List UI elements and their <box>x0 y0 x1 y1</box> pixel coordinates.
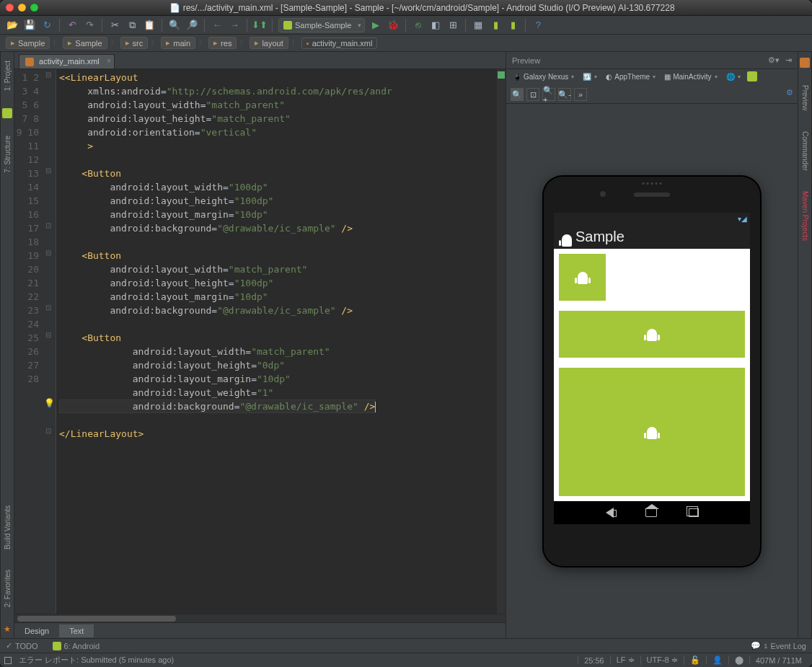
editor-mode-tabs: Design Text <box>14 622 506 638</box>
horizontal-scrollbar[interactable] <box>14 614 506 622</box>
zoom-actual-icon[interactable]: ⊡ <box>526 88 539 101</box>
preview-toolbar: 📱Galaxy Nexus 🔃 ◐AppTheme ▦MainActivity … <box>506 69 798 104</box>
app-icon <box>560 231 571 243</box>
tab-project[interactable]: 1: Project <box>4 58 12 94</box>
toggle-toolwindows-icon[interactable] <box>4 657 12 664</box>
tab-design[interactable]: Design <box>14 624 59 637</box>
android-toolwindow[interactable]: 6: Android <box>53 642 100 650</box>
fold-end-icon[interactable]: ⊡ <box>45 221 51 229</box>
fold-icon[interactable]: ⊟ <box>45 331 51 339</box>
hide-panel-icon[interactable]: ⇥ <box>780 56 792 65</box>
fold-gutter: ⊟ ⊟ ⊡ ⊟ ⊡ ⊟ 💡 ⊡ <box>43 69 56 614</box>
monitor-icon[interactable]: ▮ <box>506 19 519 32</box>
preview-button-1 <box>559 254 606 301</box>
open-icon[interactable]: 📂 <box>6 19 19 32</box>
android-tool-icon[interactable] <box>2 108 12 118</box>
editor-tab[interactable]: activity_main.xml × <box>19 54 115 69</box>
tab-structure[interactable]: 7: Structure <box>4 133 12 176</box>
close-window-icon[interactable] <box>6 4 14 12</box>
forward-icon[interactable]: → <box>228 19 241 32</box>
replace-icon[interactable]: 🔎 <box>185 19 198 32</box>
zoom-in-icon[interactable]: 🔍+ <box>542 88 555 101</box>
zoom-fit-icon[interactable]: 🔍 <box>511 88 524 101</box>
code-text[interactable]: <<LinearLayout xmlns:android="http://sch… <box>56 69 497 614</box>
preview-tool-icon[interactable] <box>800 58 810 68</box>
theme-select[interactable]: ◐AppTheme <box>604 72 658 81</box>
run-config-select[interactable]: Sample-Sample <box>278 18 365 32</box>
bottom-toolwindow-bar: ✓TODO 6: Android 💬1 Event Log <box>0 638 812 653</box>
line-separator[interactable]: LF ≑ <box>610 655 640 665</box>
tab-preview[interactable]: Preview <box>801 82 809 114</box>
intention-bulb-icon[interactable]: 💡 <box>44 398 55 408</box>
tab-favorites[interactable]: 2: Favorites <box>4 567 12 610</box>
paste-icon[interactable]: 📋 <box>143 19 156 32</box>
fold-icon[interactable]: ⊟ <box>45 167 51 175</box>
lock-icon[interactable]: 🔓 <box>684 655 706 665</box>
zoom-window-icon[interactable] <box>30 4 38 12</box>
copy-icon[interactable]: ⧉ <box>125 19 138 32</box>
undo-icon[interactable]: ↶ <box>66 19 79 32</box>
tab-maven[interactable]: Maven Projects <box>801 188 809 244</box>
star-icon[interactable]: ★ <box>4 624 11 638</box>
close-tab-icon[interactable]: × <box>107 57 111 65</box>
sync-icon[interactable]: ↻ <box>40 19 53 32</box>
save-all-icon[interactable]: 💾 <box>23 19 36 32</box>
stop-icon[interactable]: ◧ <box>429 19 442 32</box>
redo-icon[interactable]: ↷ <box>83 19 96 32</box>
back-icon[interactable]: ← <box>211 19 224 32</box>
nav-back-icon <box>606 508 614 518</box>
avd-icon[interactable]: ⊞ <box>446 19 459 32</box>
notifications-icon[interactable]: ⬤ <box>728 655 749 665</box>
breadcrumb-item[interactable]: ▸Sample <box>63 37 107 49</box>
make-icon[interactable]: ⬇⬆ <box>253 19 266 32</box>
memory-indicator[interactable]: 407M / 711M <box>749 656 808 665</box>
status-message: エラー レポート: Submitted (5 minutes ago) <box>16 655 578 666</box>
tab-text[interactable]: Text <box>59 624 94 637</box>
fold-end-icon[interactable]: ⊡ <box>45 304 51 312</box>
zoom-out-icon[interactable]: 🔍- <box>558 88 571 101</box>
app-actionbar: Sample <box>554 226 750 249</box>
debug-icon[interactable]: 🐞 <box>387 19 400 32</box>
inspection-icon[interactable]: 👤 <box>706 655 728 665</box>
line-gutter: 1 2 3 4 5 6 7 8 9 10 11 12 13 14 15 16 1… <box>14 69 43 614</box>
breadcrumb-item[interactable]: ▸main <box>161 37 195 49</box>
device-select[interactable]: 📱Galaxy Nexus <box>511 72 576 81</box>
run-icon[interactable]: ▶ <box>369 19 382 32</box>
fold-end-icon[interactable]: ⊡ <box>45 427 51 435</box>
file-encoding[interactable]: UTF-8 ≑ <box>640 655 684 665</box>
tab-commander[interactable]: Commander <box>801 128 809 174</box>
orientation-select[interactable]: 🔃 <box>581 72 599 81</box>
phone-canvas[interactable]: ▾◢ Sample <box>506 104 798 638</box>
android-statusbar: ▾◢ <box>554 213 750 226</box>
breadcrumb-item[interactable]: ▸src <box>120 37 149 49</box>
tab-build-variants[interactable]: Build Variants <box>4 503 12 552</box>
attach-debugger-icon[interactable]: ⎋ <box>412 19 425 32</box>
nav-recent-icon <box>689 508 699 517</box>
eventlog-toolwindow[interactable]: 💬1 Event Log <box>751 641 806 650</box>
caret-position[interactable]: 25:56 <box>578 656 610 665</box>
android-version-icon[interactable] <box>747 71 757 81</box>
breadcrumb-item[interactable]: ▸Sample <box>6 37 50 49</box>
android-icon[interactable]: ▮ <box>489 19 502 32</box>
fold-icon[interactable]: ⊟ <box>45 249 51 257</box>
sdk-manager-icon[interactable]: ▦ <box>472 19 485 32</box>
code-editor[interactable]: 1 2 3 4 5 6 7 8 9 10 11 12 13 14 15 16 1… <box>14 69 506 614</box>
device-screen: ▾◢ Sample <box>554 213 750 524</box>
find-icon[interactable]: 🔍 <box>168 19 181 32</box>
activity-select[interactable]: ▦MainActivity <box>662 72 719 81</box>
help-icon[interactable]: ? <box>531 19 544 32</box>
gear-icon[interactable]: ⚙▾ <box>768 56 780 65</box>
todo-toolwindow[interactable]: ✓TODO <box>6 641 38 650</box>
breadcrumb-item[interactable]: ▸layout <box>250 37 288 49</box>
breadcrumb-item[interactable]: ▪activity_main.xml <box>301 37 378 49</box>
preview-button-2 <box>559 311 745 358</box>
more-icon[interactable]: » <box>574 88 587 101</box>
refresh-icon[interactable]: ⚙ <box>786 88 793 101</box>
minimize-window-icon[interactable] <box>18 4 26 12</box>
breadcrumb-item[interactable]: ▸res <box>208 37 237 49</box>
cut-icon[interactable]: ✂ <box>108 19 121 32</box>
locale-select[interactable]: 🌐 <box>724 72 743 81</box>
fold-icon[interactable]: ⊟ <box>45 71 51 79</box>
preview-button-3 <box>559 368 745 496</box>
editor-tab-label: activity_main.xml <box>39 57 100 66</box>
